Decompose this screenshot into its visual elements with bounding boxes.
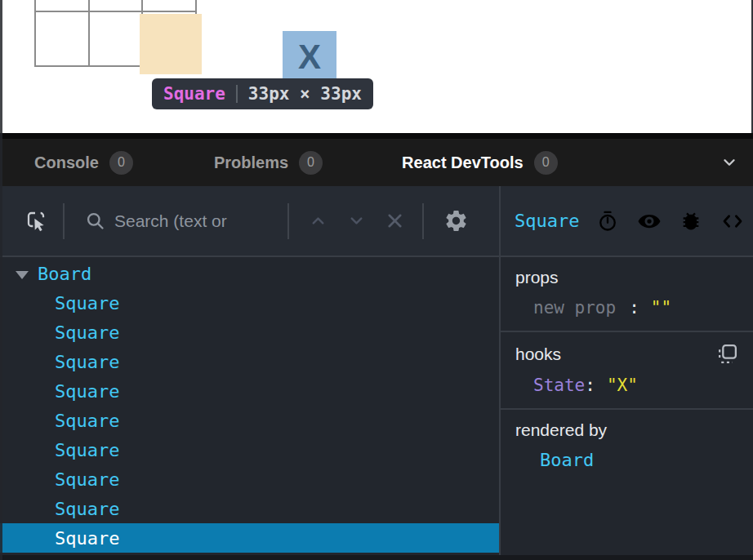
react-devtools-count-badge: 0 [534, 151, 558, 175]
devtools-tab-bar: Console 0 Problems 0 React DevTools 0 [0, 139, 753, 186]
new-prop-value-input[interactable]: "" [651, 298, 671, 318]
parse-hook-names-icon[interactable] [716, 343, 738, 365]
devtools-top-gap [0, 133, 753, 139]
tree-item-label: Square [55, 381, 119, 402]
tree-item-label: Square [55, 352, 119, 372]
left-edge-border [0, 0, 2, 560]
tree-item-label: Square [55, 322, 119, 343]
grid-line [34, 11, 197, 12]
toolbar-tree-controls [0, 186, 501, 256]
tree-item-label: Square [55, 293, 119, 313]
new-prop-row: new prop : "" [515, 298, 738, 318]
element-size-tooltip: Square 33px × 33px [152, 78, 373, 109]
tree-item-label: Square [55, 499, 119, 519]
state-hook-label: State [533, 376, 585, 395]
hooks-section-title: hooks [515, 344, 561, 364]
separator: : [585, 376, 595, 395]
toolbar-divider [63, 203, 65, 239]
tree-item-square[interactable]: Square [0, 376, 499, 406]
tree-item-label: Square [55, 411, 119, 431]
tooltip-component-name: Square [163, 84, 225, 104]
tree-item-square[interactable]: Square [0, 406, 499, 435]
view-source-icon[interactable] [720, 209, 745, 233]
console-count-badge: 0 [109, 151, 133, 175]
tab-label: Console [34, 153, 99, 172]
tree-item-square[interactable]: Square [0, 288, 499, 318]
state-hook-row: State : "X" [515, 376, 738, 395]
tab-console[interactable]: Console 0 [34, 151, 133, 175]
search-icon [84, 210, 106, 232]
devtools-content: Board Square Square Square Square Square… [0, 257, 753, 555]
separator: : [629, 298, 639, 318]
tree-item-label: Square [55, 440, 119, 460]
problems-count-badge: 0 [299, 151, 323, 175]
tree-item-square[interactable]: Square [0, 347, 499, 376]
tree-item-square[interactable]: Square [0, 435, 499, 464]
props-section: props new prop : "" [501, 257, 753, 332]
tab-problems[interactable]: Problems 0 [214, 151, 323, 175]
highlighted-square-cell[interactable]: X [283, 31, 336, 83]
next-result-icon[interactable] [347, 211, 366, 230]
inspect-highlight-padding: X [140, 14, 202, 74]
tree-item-square[interactable]: Square [0, 318, 499, 347]
state-hook-value[interactable]: "X" [607, 376, 638, 395]
toolbar-divider [287, 203, 289, 239]
tab-react-devtools[interactable]: React DevTools 0 [402, 151, 558, 175]
toolbar-divider [422, 203, 424, 239]
tree-item-label: Square [55, 469, 119, 490]
tree-item-square[interactable]: Square [0, 494, 499, 523]
square-cell-value: X [298, 38, 321, 77]
tree-item-square[interactable]: Square [0, 464, 499, 494]
toolbar-inspected-element: Square [501, 186, 753, 256]
tree-item-label: Board [38, 264, 91, 284]
tooltip-divider [236, 85, 238, 103]
tab-label: React DevTools [402, 153, 524, 172]
clear-search-icon[interactable] [384, 210, 406, 232]
rendered-by-title: rendered by [515, 420, 607, 439]
expander-triangle-icon[interactable] [16, 271, 29, 279]
suspense-timer-icon[interactable] [596, 210, 619, 233]
new-prop-input[interactable]: new prop [533, 298, 616, 318]
tree-item-square-selected[interactable]: Square [0, 523, 499, 553]
tooltip-dimensions: 33px × 33px [248, 84, 362, 104]
tree-item-label: Square [55, 528, 119, 549]
inspected-element-details: props new prop : "" hooks Sta [501, 257, 753, 555]
search-input[interactable] [114, 211, 287, 231]
rendered-by-section: rendered by Board [501, 410, 753, 483]
inspected-component-name: Square [515, 211, 579, 231]
hooks-section: hooks State : "X" [501, 332, 753, 410]
props-section-title: props [515, 268, 559, 287]
react-devtools-toolbar: Square [0, 186, 753, 257]
component-tree: Board Square Square Square Square Square… [0, 257, 501, 555]
inspect-dom-eye-icon[interactable] [637, 209, 662, 233]
tree-item-board[interactable]: Board [0, 259, 499, 288]
inspect-element-icon[interactable] [24, 208, 50, 234]
tab-label: Problems [214, 153, 288, 172]
previous-result-icon[interactable] [309, 211, 327, 230]
gear-icon[interactable] [443, 208, 469, 233]
page-viewport: X Square 33px × 33px [0, 0, 753, 133]
log-to-console-bug-icon[interactable] [679, 210, 702, 233]
rendered-by-board-link[interactable]: Board [515, 450, 738, 470]
bottom-edge-strip [0, 555, 753, 560]
chevron-down-icon[interactable] [720, 153, 738, 171]
